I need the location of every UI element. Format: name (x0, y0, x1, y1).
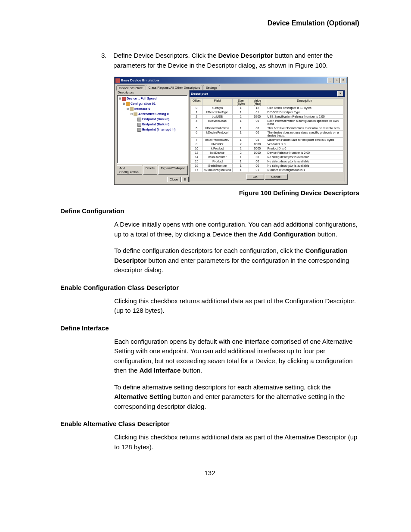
table-row[interactable]: 6bDeviceProtocol100The device does not u… (191, 131, 343, 138)
cell-size: 2 (233, 142, 249, 146)
table-row[interactable]: 7bMaxPacketSize0108Maximum Packet Size f… (191, 138, 343, 142)
col-offset: Offset (191, 99, 202, 106)
cell-desc: DEVICE Descriptor Type (266, 110, 343, 115)
cell-field: bDeviceClass (202, 119, 233, 126)
tree-endpoint-1[interactable]: Endpoint (Bulk-In) (142, 117, 169, 122)
close-button[interactable]: Close (167, 177, 181, 182)
tree-device[interactable]: Device :: Full Speed (127, 96, 156, 101)
cell-field: bcdUSB (202, 115, 233, 119)
table-row[interactable]: 4bDeviceClass100Each interface within a … (191, 119, 343, 126)
cell-value: 00 (249, 126, 266, 131)
table-row[interactable]: 12bcdDevice20000Device Release Number is… (191, 151, 343, 155)
minimize-button[interactable]: _ (327, 78, 333, 83)
table-row[interactable]: 1bDescriptorType101DEVICE Descriptor Typ… (191, 110, 343, 115)
cell-field: bMaxPacketSize0 (202, 138, 233, 142)
cell-desc: VendorID is 0 (266, 142, 343, 146)
tree-endpoint-3[interactable]: Endpoint (Interrupt-In) (142, 127, 175, 132)
cell-size: 1 (233, 131, 249, 138)
add-configuration-button[interactable]: Add Configuration (117, 165, 142, 175)
e-button[interactable]: E (181, 177, 189, 182)
tab-class-request[interactable]: Class Request/All Other Descriptors (146, 85, 202, 90)
txt: button and enter parameters for the conf… (114, 257, 349, 274)
descriptor-dialog: Descriptor × Offset Field Size (Byte) (189, 90, 345, 182)
table-row[interactable]: 17bNumConfigurations101Number of configu… (191, 168, 343, 172)
table-row[interactable]: 2bcdUSB20200USB Specification Release Nu… (191, 115, 343, 119)
cancel-button[interactable]: Cancel (265, 174, 288, 180)
txt: button. (316, 230, 337, 238)
step-text-bold: Device Descriptor (218, 52, 273, 59)
cell-field: iProduct (202, 159, 233, 164)
cell-value: 08 (249, 138, 266, 142)
cell-value: 00 (249, 119, 266, 126)
tab-device-structure[interactable]: Device Structure (116, 85, 145, 90)
app-icon (115, 78, 120, 83)
para-s1-2: To define configuration descriptors for … (114, 246, 359, 275)
titlebar: Easy Device Emulation _ □ × (115, 77, 347, 84)
page-number: 132 (60, 469, 359, 476)
txt: button. (181, 367, 202, 374)
table-row[interactable]: 15iProduct100No string descriptor is ava… (191, 159, 343, 164)
cell-desc: This field like bDeviceClass must also b… (266, 126, 343, 131)
table-row[interactable]: 8idVendor20000VendorID is 0 (191, 142, 343, 146)
col-field: Field (202, 99, 233, 106)
txt: To define alternative setting descriptor… (114, 383, 331, 391)
para-s3-1: Each configuration opens by default with… (114, 337, 359, 376)
cell-desc: ProductID is 0 (266, 146, 343, 151)
cell-desc: USB Specification Release Number is 2.00 (266, 115, 343, 119)
tree-altsetting[interactable]: Alternative Setting 0 (138, 112, 169, 117)
tree-endpoint-2[interactable]: Endpoint (Bulk-In) (142, 122, 169, 127)
cell-offset: 16 (191, 164, 202, 168)
maximize-button[interactable]: □ (334, 78, 340, 83)
cell-size: 1 (233, 155, 249, 159)
cell-desc: No string descriptor is available (266, 164, 343, 168)
cell-field: bDeviceProtocol (202, 131, 233, 138)
cell-size: 1 (233, 119, 249, 126)
table-row[interactable]: 0bLength112Size of this descriptor is 18… (191, 106, 343, 110)
cell-desc: The device does not use class-specific p… (266, 131, 343, 138)
cell-size: 1 (233, 168, 249, 172)
tab-strip: Device Structure Class Request/All Other… (115, 84, 347, 90)
col-value: Value (Hex) (249, 99, 266, 106)
col-desc: Description (266, 99, 343, 106)
delete-button[interactable]: Delete (143, 165, 158, 175)
table-row[interactable]: 5bDeviceSubClass100This field like bDevi… (191, 126, 343, 131)
close-window-button[interactable]: × (340, 78, 346, 83)
cell-value: 00 (249, 164, 266, 168)
endpoint-icon (137, 128, 141, 132)
ok-button[interactable]: OK (246, 174, 264, 180)
cell-offset: 6 (191, 131, 202, 138)
txt: To define configuration descriptors for … (114, 247, 305, 254)
descriptor-dialog-close-icon[interactable]: × (337, 91, 343, 96)
endpoint-icon (137, 118, 141, 121)
cell-value: 01 (249, 110, 266, 115)
cell-size: 2 (233, 115, 249, 119)
descriptors-tree[interactable]: ⊟Device :: Full Speed ⊟Configuration 01 … (117, 95, 188, 164)
txt-bold: Alternative Setting (114, 393, 171, 400)
txt-bold: Add Interface (139, 367, 181, 374)
txt-bold: Add Configuration (259, 230, 316, 238)
cell-offset: 7 (191, 138, 202, 142)
col-size: Size (Byte) (233, 99, 249, 106)
step-3: 3. Define Device Descriptors. Click the … (101, 51, 359, 70)
cell-field: bLength (202, 106, 233, 110)
cell-offset: 4 (191, 119, 202, 126)
expand-collapse-button[interactable]: Expand/Collapse (158, 165, 188, 175)
figure-caption: Figure 100 Defining Device Descriptors (60, 189, 359, 196)
tab-settings[interactable]: Settings (203, 85, 220, 90)
cell-size: 1 (233, 126, 249, 131)
cell-field: iManufacturer (202, 155, 233, 159)
cell-desc: No string descriptor is available (266, 159, 343, 164)
table-row[interactable]: 14iManufacturer100No string descriptor i… (191, 155, 343, 159)
table-row[interactable]: 16iSerialNumber100No string descriptor i… (191, 164, 343, 168)
cell-field: bcdDevice (202, 151, 233, 155)
cell-size: 1 (233, 138, 249, 142)
tree-config[interactable]: Configuration 01 (131, 101, 156, 106)
config-icon (126, 102, 130, 106)
tree-interface[interactable]: Interface 0 (134, 106, 150, 112)
step-text-a: Define Device Descriptors. Click the (113, 52, 218, 59)
interface-icon (130, 107, 134, 111)
cell-value: 00 (249, 131, 266, 138)
table-row[interactable]: 10idProduct20000ProductID is 0 (191, 146, 343, 151)
descriptors-label: Descriptors (117, 90, 188, 95)
descriptor-dialog-title: Descriptor (191, 92, 208, 96)
